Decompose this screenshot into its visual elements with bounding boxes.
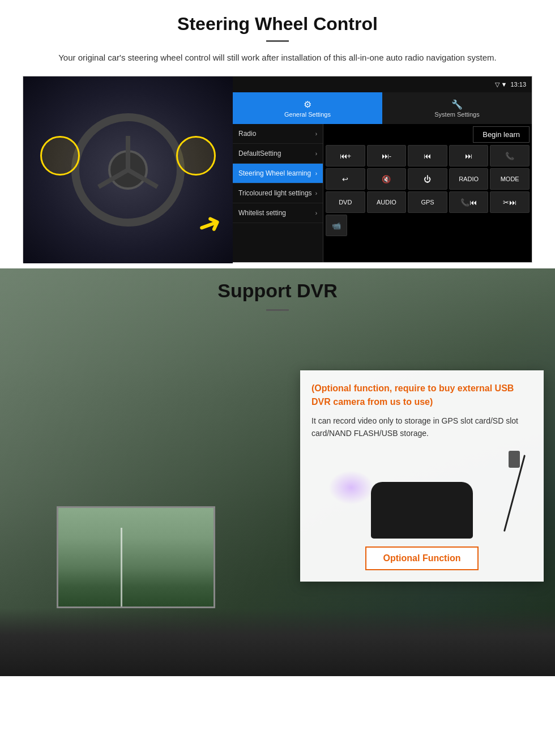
chevron-radio: › [315, 131, 317, 137]
ctrl-audio[interactable]: AUDIO [367, 191, 407, 213]
tab-system[interactable]: 🔧 System Settings [382, 92, 532, 124]
dvr-description: It can record video only to storage in G… [311, 415, 532, 440]
begin-learn-row: Begin learn [326, 126, 530, 143]
dvr-info-card: (Optional function, require to buy exter… [300, 370, 544, 582]
android-tabs: ⚙ General Settings 🔧 System Settings [233, 92, 532, 124]
dvr-camera-body [371, 482, 473, 539]
dvr-optional-text: (Optional function, require to buy exter… [311, 382, 532, 409]
yellow-arrow: ➜ [193, 205, 226, 244]
steering-bg: ➜ [23, 76, 233, 263]
ctrl-mode[interactable]: MODE [490, 168, 530, 190]
tab-general[interactable]: ⚙ General Settings [233, 92, 382, 124]
menu-item-tricoloured[interactable]: Tricoloured light settings › [233, 183, 323, 203]
optional-function-button[interactable]: Optional Function [365, 546, 479, 570]
steering-subtitle: Your original car's steering wheel contr… [45, 51, 510, 65]
dvr-camera-image [311, 448, 532, 539]
steering-section: Steering Wheel Control Your original car… [0, 0, 555, 263]
ctrl-camera[interactable]: 📹 [326, 215, 347, 236]
menu-item-radio[interactable]: Radio › [233, 124, 323, 144]
android-panel: ▽ ▼ 13:13 ⚙ General Settings 🔧 System Se… [233, 76, 532, 262]
menu-item-steering[interactable]: Steering Wheel learning › [233, 164, 323, 183]
menu-area: Radio › DefaultSetting › Steering Wheel … [233, 124, 532, 262]
ctrl-radio[interactable]: RADIO [449, 168, 489, 190]
ctrl-next[interactable]: ⏭ [449, 145, 489, 166]
system-icon: 🔧 [451, 99, 463, 110]
wheel-outer [71, 113, 185, 227]
dvr-camera-light [328, 471, 374, 505]
tab-general-label: General Settings [284, 111, 331, 118]
status-time: 13:13 [510, 81, 526, 88]
chevron-steering: › [315, 170, 317, 177]
gear-icon: ⚙ [304, 99, 311, 110]
ctrl-phone[interactable]: 📞 [490, 145, 530, 166]
chevron-tricoloured: › [315, 190, 317, 197]
dvr-section: Support DVR (Optional function, require … [0, 268, 555, 676]
ctrl-prev[interactable]: ⏮ [408, 145, 447, 166]
dvr-thumbnail [57, 506, 215, 608]
title-divider [266, 40, 289, 42]
dvr-background: Support DVR (Optional function, require … [0, 268, 555, 676]
ctrl-dvd[interactable]: DVD [326, 191, 365, 213]
menu-default-label: DefaultSetting [238, 150, 281, 157]
ctrl-back[interactable]: ↩ [326, 168, 365, 190]
ctrl-power[interactable]: ⏻ [408, 168, 447, 190]
dvr-title: Support DVR [0, 280, 555, 302]
status-icons: ▽ ▼ [495, 81, 507, 88]
tab-system-label: System Settings [434, 111, 479, 118]
ctrl-cut-next[interactable]: ✂⏭ [490, 191, 530, 213]
menu-whitelist-label: Whitelist setting [238, 209, 286, 217]
dvr-bottom-overlay [0, 608, 555, 676]
thumb-road-line [121, 528, 122, 606]
ctrl-phone-prev[interactable]: 📞⏮ [449, 191, 489, 213]
chevron-whitelist: › [315, 210, 317, 216]
menu-tricoloured-label: Tricoloured light settings [238, 189, 312, 197]
android-statusbar: ▽ ▼ 13:13 [233, 76, 532, 92]
menu-steering-label: Steering Wheel learning [238, 169, 311, 177]
menu-list: Radio › DefaultSetting › Steering Wheel … [233, 124, 323, 262]
ctrl-gps[interactable]: GPS [408, 191, 447, 213]
steering-title: Steering Wheel Control [23, 14, 532, 35]
steering-photo: ➜ [23, 76, 233, 263]
spoke-3 [126, 136, 130, 170]
ctrl-vol-down[interactable]: ⏭- [367, 145, 407, 166]
menu-item-default[interactable]: DefaultSetting › [233, 144, 323, 164]
highlight-left [40, 136, 80, 176]
dvr-title-divider [266, 309, 289, 311]
controls-area: Begin learn ⏮+ ⏭- ⏮ ⏭ 📞 ↩ 🔇 ⏻ RADIO MODE [323, 124, 532, 262]
controls-grid: ⏮+ ⏭- ⏮ ⏭ 📞 ↩ 🔇 ⏻ RADIO MODE DVD AUDIO G… [326, 145, 530, 213]
menu-item-whitelist[interactable]: Whitelist setting › [233, 203, 323, 223]
menu-radio-label: Radio [238, 130, 256, 138]
ctrl-mute[interactable]: 🔇 [367, 168, 407, 190]
dvr-thumb-inner [58, 508, 214, 606]
ctrl-vol-up[interactable]: ⏮+ [326, 145, 365, 166]
steering-demo: ➜ ▽ ▼ 13:13 ⚙ General Settings 🔧 System … [23, 76, 532, 263]
chevron-default: › [315, 151, 317, 157]
begin-learn-button[interactable]: Begin learn [473, 126, 530, 143]
highlight-right [176, 136, 216, 176]
dvr-usb-connector [509, 451, 520, 468]
